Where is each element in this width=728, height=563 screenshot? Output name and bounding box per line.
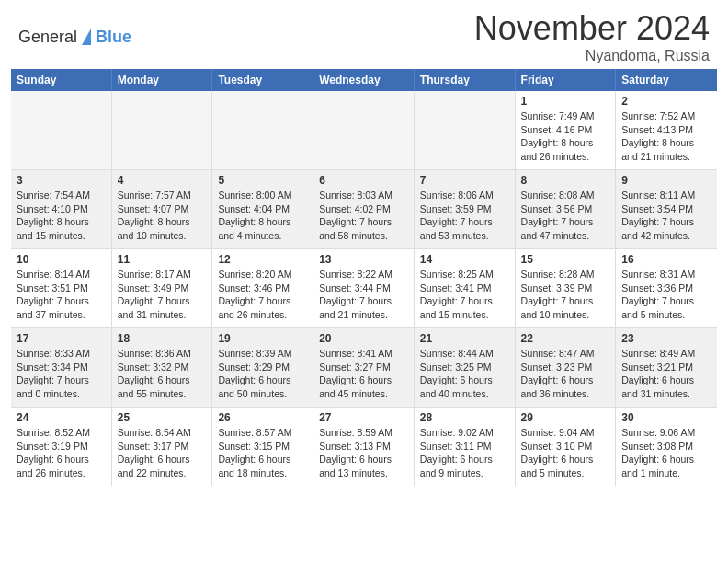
sunrise-text: Sunrise: 9:02 AM — [420, 427, 494, 438]
calendar-week-1: 1Sunrise: 7:49 AMSunset: 4:16 PMDaylight… — [11, 91, 717, 170]
day-info: Sunrise: 8:54 AMSunset: 3:17 PMDaylight:… — [118, 426, 207, 480]
daylight-text: Daylight: 8 hours and 10 minutes. — [118, 216, 190, 241]
daylight-text: Daylight: 7 hours and 15 minutes. — [420, 295, 493, 320]
daylight-text: Daylight: 8 hours and 4 minutes. — [218, 216, 290, 241]
daylight-text: Daylight: 7 hours and 5 minutes. — [621, 295, 694, 320]
calendar-cell — [112, 91, 213, 169]
calendar-cell — [212, 91, 313, 169]
sunset-text: Sunset: 3:59 PM — [420, 203, 492, 214]
day-number: 11 — [118, 253, 207, 266]
header-tuesday: Tuesday — [212, 69, 313, 91]
daylight-text: Daylight: 7 hours and 26 minutes. — [218, 295, 290, 320]
sunset-text: Sunset: 3:27 PM — [319, 362, 391, 373]
day-number: 16 — [621, 253, 711, 266]
calendar-week-5: 24Sunrise: 8:52 AMSunset: 3:19 PMDayligh… — [11, 408, 717, 486]
sunset-text: Sunset: 3:41 PM — [420, 282, 492, 293]
sunset-text: Sunset: 4:10 PM — [17, 203, 88, 214]
daylight-text: Daylight: 6 hours and 22 minutes. — [118, 454, 190, 478]
sunrise-text: Sunrise: 8:11 AM — [621, 190, 695, 201]
calendar-cell: 22Sunrise: 8:47 AMSunset: 3:23 PMDayligh… — [516, 328, 617, 407]
header-monday: Monday — [112, 69, 213, 91]
day-number: 26 — [218, 411, 307, 424]
daylight-text: Daylight: 6 hours and 50 minutes. — [218, 374, 290, 399]
sunset-text: Sunset: 3:13 PM — [319, 441, 391, 452]
month-title: November 2024 — [474, 9, 710, 48]
sunrise-text: Sunrise: 8:54 AM — [118, 427, 191, 438]
sunset-text: Sunset: 3:34 PM — [17, 362, 88, 373]
sunrise-text: Sunrise: 8:08 AM — [521, 190, 595, 201]
calendar-cell: 3Sunrise: 7:54 AMSunset: 4:10 PMDaylight… — [11, 170, 112, 248]
day-number: 30 — [621, 411, 711, 424]
daylight-text: Daylight: 6 hours and 36 minutes. — [521, 374, 594, 399]
sunset-text: Sunset: 3:36 PM — [621, 282, 693, 293]
daylight-text: Daylight: 6 hours and 18 minutes. — [218, 454, 290, 478]
daylight-text: Daylight: 6 hours and 55 minutes. — [118, 374, 190, 399]
sunrise-text: Sunrise: 9:06 AM — [621, 427, 695, 438]
calendar-cell: 17Sunrise: 8:33 AMSunset: 3:34 PMDayligh… — [11, 328, 112, 407]
sunrise-text: Sunrise: 8:17 AM — [118, 269, 191, 280]
day-number: 1 — [521, 95, 610, 108]
daylight-text: Daylight: 7 hours and 10 minutes. — [521, 295, 594, 320]
sunrise-text: Sunrise: 7:54 AM — [17, 190, 90, 201]
day-info: Sunrise: 9:04 AMSunset: 3:10 PMDaylight:… — [521, 426, 610, 480]
logo-arrow-icon — [82, 29, 91, 45]
sunrise-text: Sunrise: 8:59 AM — [319, 427, 392, 438]
calendar-cell: 29Sunrise: 9:04 AMSunset: 3:10 PMDayligh… — [516, 408, 617, 486]
calendar-cell: 8Sunrise: 8:08 AMSunset: 3:56 PMDaylight… — [516, 170, 617, 248]
daylight-text: Daylight: 6 hours and 9 minutes. — [420, 454, 493, 478]
day-info: Sunrise: 8:00 AMSunset: 4:04 PMDaylight:… — [218, 189, 307, 243]
sunset-text: Sunset: 4:16 PM — [521, 124, 593, 135]
day-number: 13 — [319, 253, 408, 266]
day-info: Sunrise: 7:49 AMSunset: 4:16 PMDaylight:… — [521, 109, 610, 164]
sunrise-text: Sunrise: 7:52 AM — [621, 110, 695, 121]
sunrise-text: Sunrise: 8:00 AM — [218, 190, 291, 201]
sunrise-text: Sunrise: 8:28 AM — [521, 269, 595, 280]
sunrise-text: Sunrise: 8:39 AM — [218, 348, 291, 359]
sunrise-text: Sunrise: 8:14 AM — [17, 269, 90, 280]
day-number: 4 — [118, 174, 207, 187]
day-number: 29 — [521, 411, 610, 424]
day-info: Sunrise: 8:22 AMSunset: 3:44 PMDaylight:… — [319, 268, 408, 322]
header-saturday: Saturday — [616, 69, 717, 91]
day-number: 22 — [521, 332, 610, 345]
day-number: 2 — [621, 95, 711, 108]
calendar-cell: 7Sunrise: 8:06 AMSunset: 3:59 PMDaylight… — [415, 170, 516, 248]
day-info: Sunrise: 8:31 AMSunset: 3:36 PMDaylight:… — [621, 268, 711, 322]
sunset-text: Sunset: 3:32 PM — [118, 362, 189, 373]
sunset-text: Sunset: 3:29 PM — [218, 362, 290, 373]
sunset-text: Sunset: 3:49 PM — [118, 282, 189, 293]
sunrise-text: Sunrise: 8:49 AM — [621, 348, 695, 359]
daylight-text: Daylight: 7 hours and 42 minutes. — [621, 216, 694, 241]
day-number: 21 — [420, 332, 509, 345]
daylight-text: Daylight: 6 hours and 26 minutes. — [17, 454, 89, 478]
day-number: 19 — [218, 332, 307, 345]
calendar-cell: 14Sunrise: 8:25 AMSunset: 3:41 PMDayligh… — [415, 249, 516, 327]
sunrise-text: Sunrise: 8:57 AM — [218, 427, 291, 438]
header-wednesday: Wednesday — [313, 69, 415, 91]
sunset-text: Sunset: 3:15 PM — [218, 441, 290, 452]
logo-blue-text: Blue — [96, 28, 131, 47]
header-friday: Friday — [516, 69, 617, 91]
day-info: Sunrise: 8:20 AMSunset: 3:46 PMDaylight:… — [218, 268, 307, 322]
calendar-cell: 15Sunrise: 8:28 AMSunset: 3:39 PMDayligh… — [516, 249, 617, 327]
calendar-cell: 18Sunrise: 8:36 AMSunset: 3:32 PMDayligh… — [112, 328, 213, 407]
sunset-text: Sunset: 4:07 PM — [118, 203, 189, 214]
page-header: General Blue November 2024 Nyandoma, Rus… — [0, 0, 728, 69]
day-info: Sunrise: 9:06 AMSunset: 3:08 PMDaylight:… — [621, 426, 711, 480]
sunset-text: Sunset: 3:44 PM — [319, 282, 391, 293]
sunset-text: Sunset: 3:39 PM — [521, 282, 593, 293]
calendar-week-4: 17Sunrise: 8:33 AMSunset: 3:34 PMDayligh… — [11, 328, 717, 408]
daylight-text: Daylight: 6 hours and 31 minutes. — [621, 374, 694, 399]
calendar-cell: 28Sunrise: 9:02 AMSunset: 3:11 PMDayligh… — [415, 408, 516, 486]
sunrise-text: Sunrise: 8:20 AM — [218, 269, 291, 280]
daylight-text: Daylight: 6 hours and 13 minutes. — [319, 454, 392, 478]
sunset-text: Sunset: 3:17 PM — [118, 441, 189, 452]
sunset-text: Sunset: 3:23 PM — [521, 362, 593, 373]
calendar-header: Sunday Monday Tuesday Wednesday Thursday… — [11, 69, 717, 91]
day-number: 20 — [319, 332, 408, 345]
sunset-text: Sunset: 3:10 PM — [521, 441, 593, 452]
daylight-text: Daylight: 8 hours and 26 minutes. — [521, 137, 594, 162]
day-number: 23 — [621, 332, 711, 345]
sunset-text: Sunset: 3:54 PM — [621, 203, 693, 214]
calendar-cell: 11Sunrise: 8:17 AMSunset: 3:49 PMDayligh… — [112, 249, 213, 327]
